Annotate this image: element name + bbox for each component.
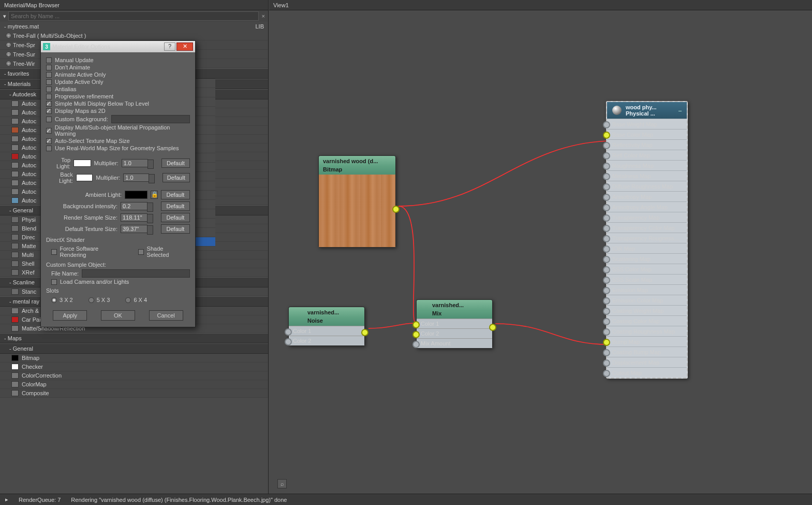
back-light-color[interactable] [76,174,93,181]
node-bitmap[interactable]: varnished wood (d... Bitmap [318,155,396,248]
node-mix[interactable]: varnished... Mix Color 1Color 2Mix Amoun… [416,299,493,349]
input-socket[interactable] [603,370,610,377]
checkbox[interactable] [46,108,52,114]
bitmap-output-socket[interactable] [392,206,400,213]
input-socket[interactable] [603,142,610,149]
checkbox[interactable] [51,249,57,255]
input-socket[interactable] [603,152,610,160]
node-slot[interactable]: Color 2 [417,328,492,338]
node-slot[interactable]: Anisotropy Map [607,191,687,201]
render-sample-spinner[interactable]: 118.11" [121,213,147,222]
default-button[interactable]: Default [161,190,190,199]
close-button[interactable]: ✕ [176,42,193,51]
input-socket[interactable] [412,331,420,338]
back-mult-spinner[interactable]: 1.0 [123,174,149,182]
default-button[interactable]: Default [163,173,190,182]
input-socket[interactable] [603,359,610,367]
checkbox[interactable] [46,138,52,144]
node-bitmap-title[interactable]: varnished wood (d... [319,156,395,166]
node-slot[interactable]: Base Color Map [607,129,687,139]
expand-icon[interactable]: ⊕ [6,32,11,39]
input-socket[interactable] [603,266,610,273]
node-slot[interactable]: Color 2 [289,336,364,345]
node-canvas[interactable]: varnished wood (d... Bitmap varnished...… [269,10,812,505]
top-mult-spinner[interactable]: 1.0 [122,159,148,167]
clear-search-icon[interactable]: × [262,13,265,19]
node-slot[interactable]: Base Weight Map [607,119,687,129]
file-name-input[interactable] [82,269,190,278]
noise-output-socket[interactable] [361,329,368,336]
node-slot[interactable]: Scattering Map [607,253,687,264]
input-socket[interactable] [603,214,610,222]
checkbox[interactable] [46,94,52,99]
list-item[interactable]: ColorMap [0,380,268,389]
default-button[interactable]: Default [161,158,190,168]
checkbox[interactable] [46,79,52,85]
input-socket[interactable] [603,246,610,253]
input-socket[interactable] [603,183,610,191]
input-socket[interactable] [603,297,610,305]
node-slot[interactable]: Transparency Color Map [607,222,687,233]
input-socket[interactable] [603,121,610,128]
search-input[interactable] [8,11,259,21]
default-button[interactable]: Default [161,201,190,211]
input-socket[interactable] [603,277,610,284]
input-socket[interactable] [603,349,610,356]
input-socket[interactable] [603,287,610,294]
input-socket[interactable] [603,225,610,232]
minimize-icon[interactable]: – [678,107,682,113]
list-item[interactable]: ColorCorrection [0,371,268,380]
node-slot[interactable]: Emission Map [607,284,687,295]
ok-button[interactable]: OK [101,310,135,321]
lock-icon[interactable]: 🔒 [151,191,158,199]
input-socket[interactable] [603,204,610,211]
library-row[interactable]: - mytrees.mat LIB [0,22,268,31]
node-slot[interactable]: SSS Scale Map [607,274,687,284]
checkbox[interactable] [46,128,52,134]
node-slot[interactable]: Color 1 [417,319,492,328]
node-slot[interactable]: Displacement Map [607,357,687,367]
slot-radio[interactable]: 5 X 3 [88,297,110,303]
node-slot[interactable]: Roughness Map [607,160,687,170]
node-slot[interactable]: Mix Amount [417,338,492,348]
checkbox[interactable] [46,72,52,78]
node-slot[interactable]: SSS Color Map [607,264,687,274]
node-slot[interactable]: Color 1 [289,326,364,336]
input-socket[interactable] [603,339,610,346]
checkbox[interactable] [46,86,52,92]
list-item[interactable]: Bitmap [0,354,268,363]
maps-general-header[interactable]: - General [0,343,268,354]
node-slot[interactable]: Reflectivity Map [607,139,687,150]
input-socket[interactable] [603,173,610,180]
node-slot[interactable]: Coating Weight Map [607,305,687,315]
input-socket[interactable] [603,318,610,325]
input-socket[interactable] [603,308,610,315]
input-socket[interactable] [285,338,292,345]
node-slot[interactable]: IOR Map [607,243,687,253]
def-tex-spinner[interactable]: 39.37" [121,225,147,233]
default-button[interactable]: Default [161,224,190,234]
checkbox[interactable] [46,65,52,70]
node-slot[interactable]: Coating Color Map [607,315,687,326]
dialog-titlebar[interactable]: 3 Material Editor Options ? ✕ [41,41,195,52]
input-socket[interactable] [603,235,610,242]
node-slot[interactable]: Cutout Map [607,367,687,378]
slot-radio[interactable]: 3 X 2 [51,297,73,303]
node-physical[interactable]: wood phy... Physical ... – Base Weight M… [606,101,688,379]
node-slot[interactable]: Coating Bump Map [607,347,687,357]
bg-intensity-spinner[interactable]: 0.2 [121,202,147,210]
checkbox[interactable] [46,101,52,107]
list-item[interactable]: ⊕Tree-Fall ( Multi/Sub-Object ) [0,31,268,40]
node-slot[interactable]: Diffuse Roughness Map [607,181,687,191]
expand-icon[interactable]: ⊕ [6,41,11,48]
expand-icon[interactable]: ⊕ [6,60,11,67]
mix-output-socket[interactable] [489,324,496,331]
input-socket[interactable] [603,132,610,139]
slot-radio[interactable]: 6 X 4 [125,297,147,303]
ambient-color[interactable] [125,191,147,199]
input-socket[interactable] [412,341,420,348]
node-slot[interactable]: Transparency Map [607,212,687,222]
maps-header[interactable]: - Maps [0,333,268,343]
node-slot[interactable]: Coating Roughness Map [607,326,687,336]
node-slot[interactable]: Anisotropy Angle Map [607,201,687,212]
